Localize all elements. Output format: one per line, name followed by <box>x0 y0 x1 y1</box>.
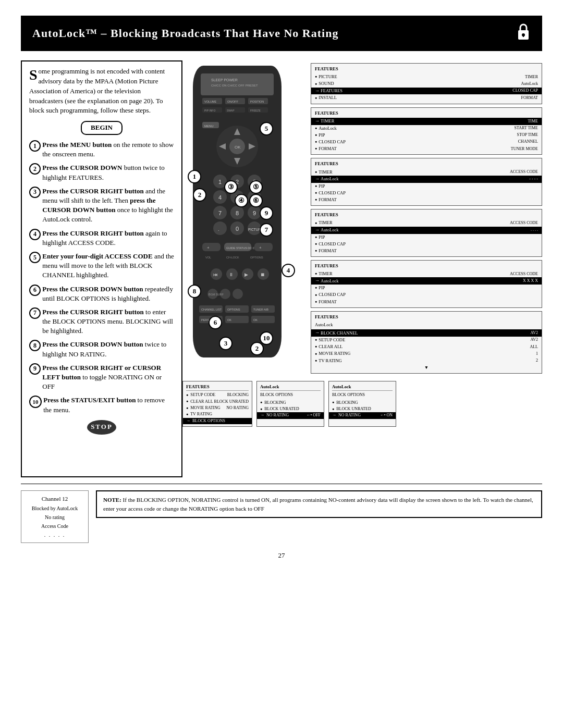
step-3-num: 3 <box>29 187 41 198</box>
svg-text:MENU: MENU <box>204 125 214 128</box>
float-num-6-inner: ⑥ <box>249 194 263 207</box>
page-title: AutoLock™ – Blocking Broadcasts That Hav… <box>32 27 338 40</box>
right-area: SLEEP POWER CH/CC ON CH/CC OFF PRESET VO… <box>182 60 542 477</box>
svg-text:7: 7 <box>218 210 222 216</box>
svg-text:OK: OK <box>235 145 241 150</box>
title-bar: AutoLock™ – Blocking Broadcasts That Hav… <box>21 16 542 51</box>
svg-text:VOL: VOL <box>205 256 211 259</box>
svg-text:OPTIONS: OPTIONS <box>227 308 240 311</box>
step-8: 8 Press the CURSOR DOWN button twice to … <box>29 340 174 359</box>
stop-label: STOP <box>87 420 116 435</box>
instruction-panel: S ome programming is not encoded with co… <box>21 60 182 477</box>
blocked-channel-screen: Channel 12 Blocked by AutoLock No rating… <box>21 490 89 543</box>
float-num-10: 10 <box>260 331 273 345</box>
float-num-2b: 2 <box>250 342 264 355</box>
svg-text:.: . <box>218 227 219 232</box>
svg-text:CH/CC ON   CH/CC OFF   PRESET: CH/CC ON CH/CC OFF PRESET <box>211 84 258 87</box>
step-6-num: 6 <box>29 285 41 296</box>
step-5-num: 5 <box>29 252 41 263</box>
svg-text:0: 0 <box>236 226 239 232</box>
lower-panel-1: FEATURES ● SETUP CODE BLOCKING ● CLEAR A… <box>182 381 252 427</box>
svg-text:CHANNEL LIST: CHANNEL LIST <box>201 308 222 311</box>
step-8-num: 8 <box>29 340 41 351</box>
panel-features-2: FEATURES → TIMER TIME ● AutoLock START T… <box>311 107 542 155</box>
lower-panel-2: AutoLock BLOCK OPTIONS ● BLOCKING ● BLOC… <box>256 381 324 427</box>
svg-text:CH-LOCK: CH-LOCK <box>226 256 239 259</box>
bottom-note-label: NOTE: <box>103 497 121 503</box>
bottom-note-text: If the BLOCKING OPTION, NORATING control… <box>103 497 533 512</box>
svg-text:OK: OK <box>253 318 258 322</box>
svg-text:4: 4 <box>218 194 222 201</box>
panel-features-5: FEATURES ● TIMER ACCESS CODE → AutoLock … <box>311 260 542 308</box>
stop-indicator: STOP <box>86 420 117 435</box>
svg-point-71 <box>232 289 243 299</box>
svg-text:+: + <box>207 245 210 250</box>
float-num-7: 7 <box>260 223 273 237</box>
page-number: 27 <box>21 551 542 560</box>
svg-rect-56 <box>254 243 273 251</box>
float-num-3-inner: ③ <box>224 180 238 194</box>
svg-text:⏮: ⏮ <box>213 272 218 277</box>
svg-text:▶: ▶ <box>244 272 248 277</box>
svg-text:8: 8 <box>236 210 239 216</box>
step-7: 7 Press the CURSOR RIGHT button to enter… <box>29 307 174 336</box>
bottom-note: NOTE: If the BLOCKING OPTION, NORATING c… <box>96 490 542 518</box>
drop-cap: S <box>29 68 38 82</box>
lock-icon <box>516 23 531 44</box>
float-num-5-inner: ⑤ <box>249 180 263 194</box>
svg-text:OK: OK <box>227 318 231 322</box>
float-num-1: 1 <box>188 170 201 183</box>
step-5: 5 Enter your four-digit ACCESS CODE and … <box>29 252 174 280</box>
svg-text:FREEZE: FREEZE <box>250 109 261 112</box>
svg-text:ON/OFF: ON/OFF <box>227 100 238 103</box>
lower-menus-row: FEATURES ● SETUP CODE BLOCKING ● CLEAR A… <box>182 381 542 427</box>
float-num-4: 4 <box>282 264 295 277</box>
step-9: 9 Press the CURSOR RIGHT or CURSOR LEFT … <box>29 363 174 392</box>
bottom-screen-line5: . . . . . <box>27 530 83 539</box>
bottom-screen-line4: Access Code <box>27 522 83 530</box>
page: AutoLock™ – Blocking Broadcasts That Hav… <box>0 0 563 728</box>
svg-text:SLEEP    POWER: SLEEP POWER <box>211 78 238 82</box>
float-num-6: 6 <box>209 316 222 329</box>
svg-text:POSITION: POSITION <box>250 100 264 103</box>
float-num-4-inner: ④ <box>235 194 248 207</box>
svg-text:+: + <box>259 245 262 250</box>
svg-text:9: 9 <box>253 210 256 216</box>
float-num-8: 8 <box>188 285 201 298</box>
svg-text:⏸: ⏸ <box>229 272 234 277</box>
step-10: 10 Press the STATUS/EXIT button to remov… <box>29 396 174 414</box>
step-4-num: 4 <box>29 229 41 240</box>
step-1: 1 Press the MENU button on the remote to… <box>29 140 174 159</box>
main-content: S ome programming is not encoded with co… <box>21 60 542 477</box>
lower-panel-3: AutoLock BLOCK OPTIONS ● BLOCKING ● BLOC… <box>328 381 396 427</box>
svg-text:OPTIONS: OPTIONS <box>250 256 263 259</box>
step-4: 4 Press the CURSOR RIGHT button again to… <box>29 229 174 248</box>
bottom-screen-line2: Blocked by AutoLock <box>27 504 83 513</box>
bottom-screen-line1: Channel 12 <box>27 494 83 504</box>
panel-features-1: FEATURES ● PICTURE TIMER ● SOUND AutoLoc… <box>311 63 542 104</box>
step-9-num: 9 <box>29 363 41 375</box>
svg-point-46 <box>213 221 227 235</box>
step-1-num: 1 <box>29 140 41 152</box>
step-10-num: 10 <box>29 396 42 408</box>
intro-body: ome programming is not encoded with cont… <box>29 67 165 114</box>
svg-text:PIP INFO: PIP INFO <box>204 109 215 112</box>
bottom-screen-line3: No rating <box>27 513 83 522</box>
svg-text:TUNER A/B: TUNER A/B <box>253 308 268 311</box>
step-6: 6 Press the CURSOR DOWN button repeatedl… <box>29 285 174 303</box>
svg-text:VOLUME: VOLUME <box>204 100 217 103</box>
svg-text:BGM SURF: BGM SURF <box>209 293 224 296</box>
intro-text: S ome programming is not encoded with co… <box>29 67 174 116</box>
step-7-num: 7 <box>29 307 41 319</box>
panel-autolock-block: FEATURES AutoLock → BLOCK CHANNEL AV2 ● … <box>311 311 542 374</box>
svg-text:1: 1 <box>218 179 222 185</box>
begin-label: BEGIN <box>81 121 123 135</box>
remote-svg: SLEEP POWER CH/CC ON CH/CC OFF PRESET VO… <box>182 66 292 368</box>
float-num-3: 3 <box>219 337 232 350</box>
panel-features-4: FEATURES ● TIMER ACCESS CODE → AutoLock … <box>311 209 542 257</box>
float-num-2: 2 <box>193 188 206 202</box>
svg-text:SWAP: SWAP <box>227 109 235 112</box>
step-2: 2 Press the CURSOR DOWN button twice to … <box>29 163 174 182</box>
remote-section: SLEEP POWER CH/CC ON CH/CC OFF PRESET VO… <box>182 66 302 374</box>
bottom-area: Channel 12 Blocked by AutoLock No rating… <box>21 484 542 543</box>
